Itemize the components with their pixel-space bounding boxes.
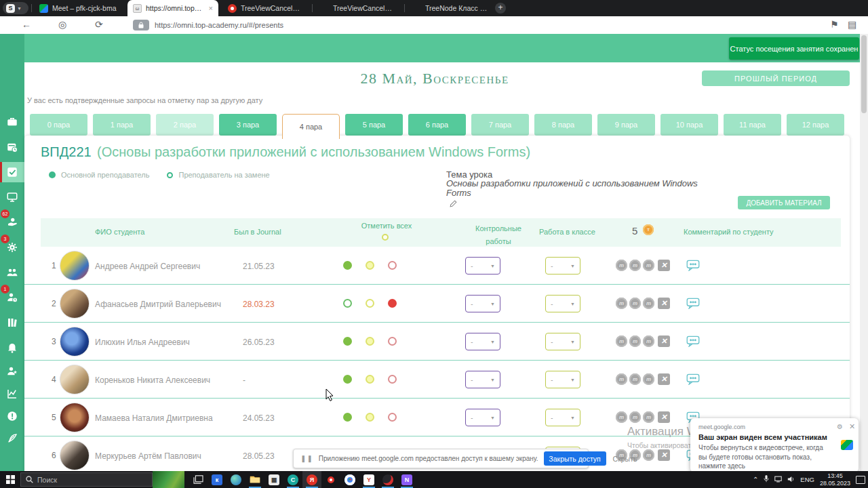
control-work-select[interactable]: -▼ [465,257,500,274]
coin-icon[interactable]: т [643,449,654,461]
reload-icon[interactable]: ⟳ [95,20,103,29]
popup-body[interactable]: Чтобы вернуться к видеовстрече, когда вы… [698,443,831,471]
start-button[interactable] [0,471,20,488]
student-avatar[interactable] [60,441,90,470]
panels-icon[interactable]: ▤ [848,20,856,29]
task-view-button[interactable] [189,471,208,488]
search-highlight-image[interactable] [153,471,184,488]
late-radio[interactable] [366,413,374,422]
app-y-icon[interactable]: Y [359,471,378,488]
coin-icon[interactable]: т [629,298,641,309]
clear-coins-button[interactable]: ✕ [658,336,670,347]
classwork-select[interactable]: -▼ [545,371,580,388]
coin-icon[interactable]: т [643,224,654,235]
late-radio[interactable] [366,299,374,308]
sidebar-item-notifications[interactable] [0,338,24,358]
student-avatar[interactable] [60,251,90,281]
clear-coins-button[interactable]: ✕ [658,373,670,385]
url-text[interactable]: https://omni.top-academy.ru/#/presents [155,21,283,29]
student-avatar[interactable] [60,365,90,394]
comment-icon[interactable] [686,373,700,388]
app-n-icon[interactable]: N [397,471,416,488]
pair-tab-12[interactable]: 12 пара [787,114,844,136]
coin-icon[interactable]: т [643,298,654,309]
edit-topic-icon[interactable] [449,199,458,211]
coin-icon[interactable]: т [616,411,627,423]
coin-icon[interactable]: т [629,411,641,423]
absent-radio[interactable] [388,375,397,384]
tab-treeviewcancel-1[interactable]: TreeViewCancelEventArgs [222,0,309,16]
sidebar-item-library[interactable] [0,312,24,333]
tray-expand-icon[interactable]: ⌃ [753,476,758,483]
control-work-select[interactable]: -▼ [465,295,500,312]
absent-radio[interactable] [388,261,397,270]
coin-icon[interactable]: т [629,373,641,385]
tab-omni-active[interactable]: ω https://omni.top-acade × [127,0,218,16]
opera-icon[interactable] [321,471,340,488]
close-tab-icon[interactable]: × [209,4,213,12]
sidebar-item-settings[interactable]: 3 [0,237,24,258]
pair-tab-5[interactable]: 5 пара [345,114,403,136]
pair-tab-2[interactable]: 2 пара [156,114,214,136]
network-icon[interactable] [774,476,782,484]
file-explorer-icon[interactable] [245,471,264,488]
control-work-select[interactable]: -▼ [465,409,500,426]
previous-period-button[interactable]: ПРОШЛЫЙ ПЕРИОД [702,70,850,86]
pair-tab-4-active[interactable]: 4 пара [282,114,340,139]
add-material-button[interactable]: ДОБАВИТЬ МАТЕРИАЛ [738,196,830,209]
absent-radio[interactable] [388,299,397,308]
app-mail-icon[interactable]: к [208,471,226,488]
classwork-select[interactable]: -▼ [545,257,580,274]
lock-icon[interactable] [133,20,149,30]
clear-coins-button[interactable]: ✕ [658,298,670,309]
late-radio[interactable] [366,261,374,270]
present-radio[interactable] [343,413,352,422]
scrollbar[interactable] [860,34,868,471]
present-radio[interactable] [343,337,352,346]
classwork-select[interactable]: -▼ [545,333,580,350]
taskbar-search[interactable]: Поиск [20,472,153,487]
comment-icon[interactable] [686,336,700,350]
pair-tab-9[interactable]: 9 пара [597,114,655,136]
stop-sharing-button[interactable]: Закрыть доступ [544,451,606,466]
mark-all-radio[interactable] [382,234,389,241]
sidebar-item-attendance[interactable] [0,162,24,182]
student-avatar[interactable] [60,289,90,319]
scrollbar-thumb[interactable] [861,35,867,113]
sidebar-item-briefcase[interactable] [0,112,24,132]
pair-tab-11[interactable]: 11 пара [724,114,781,136]
gear-icon[interactable]: ⚙ [837,423,843,430]
coin-icon[interactable]: т [616,260,627,271]
volume-icon[interactable] [787,476,795,484]
app-dark-icon[interactable] [378,471,397,488]
classwork-select[interactable]: -▼ [545,295,580,312]
protect-icon[interactable]: ◎ [58,20,66,29]
browser-menu-button[interactable]: S ▼ [3,2,28,14]
new-tab-button[interactable]: + [495,3,506,14]
close-icon[interactable]: ✕ [849,422,855,431]
hide-share-bar-button[interactable]: Скрыть [613,455,637,463]
pair-tab-0[interactable]: 0 пара [30,114,87,136]
coin-icon[interactable]: т [616,336,627,347]
back-icon[interactable]: ← [22,20,31,29]
pair-tab-10[interactable]: 10 пара [660,114,718,136]
sidebar-item-schedule[interactable] [0,137,24,157]
control-work-select[interactable]: -▼ [465,371,500,388]
comment-icon[interactable] [686,298,700,312]
app-c-icon[interactable]: C [283,471,302,488]
app-edge-icon[interactable] [226,471,245,488]
coin-icon[interactable]: т [616,298,627,309]
tab-treenode[interactable]: TreeNode Класс (System.) [407,0,494,16]
control-work-select[interactable]: -▼ [465,333,500,350]
coin-icon[interactable]: т [616,373,627,385]
classwork-select[interactable]: -▼ [545,409,580,426]
microphone-icon[interactable] [764,475,769,484]
late-radio[interactable] [366,375,374,384]
absent-radio[interactable] [388,413,397,422]
absent-radio[interactable] [388,337,397,346]
language-indicator[interactable]: ENG [800,476,814,483]
coin-icon[interactable]: т [629,260,641,271]
pair-tab-6[interactable]: 6 пара [408,114,466,136]
clock[interactable]: 13:45 28.05.2023 [820,472,850,487]
present-radio[interactable] [343,299,352,308]
